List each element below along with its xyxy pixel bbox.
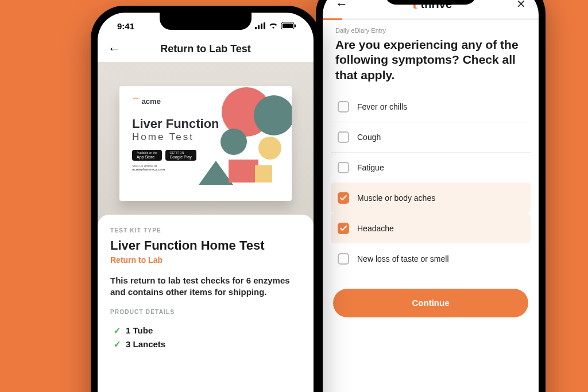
check-icon: ✓: [114, 325, 121, 335]
continue-button[interactable]: Continue: [333, 289, 528, 317]
symptom-option-label: Fever or chills: [357, 102, 407, 111]
symptom-option[interactable]: Muscle or body aches: [331, 183, 531, 213]
symptom-options: Fever or chillsCoughFatigueMuscle or bod…: [323, 92, 539, 274]
symptom-option[interactable]: Cough: [331, 122, 531, 152]
details-label: PRODUCT DETAILS: [110, 309, 301, 315]
product-detail-item: ✓3 Lancets: [114, 339, 301, 350]
status-icons: [255, 21, 296, 31]
checkbox[interactable]: [338, 101, 349, 112]
product-details-list: ✓1 Tube✓3 Lancets: [110, 325, 301, 350]
close-icon[interactable]: ✕: [516, 0, 526, 11]
symptom-option-label: New loss of taste or smell: [357, 254, 449, 263]
back-icon[interactable]: ←: [335, 0, 348, 11]
svg-rect-3: [264, 22, 265, 29]
nav-bar: ← Return to Lab Test: [98, 39, 314, 62]
svg-rect-2: [261, 24, 262, 29]
svg-rect-6: [295, 24, 296, 27]
symptom-option-label: Cough: [357, 133, 381, 142]
back-icon[interactable]: ←: [108, 41, 121, 56]
checkbox[interactable]: [338, 253, 349, 265]
screen-front: 9:41 ← Return to Lab Test ⌒ acme Liver F…: [98, 13, 314, 392]
svg-rect-0: [255, 27, 257, 29]
symptom-option[interactable]: Headache: [331, 213, 531, 243]
svg-rect-5: [283, 24, 293, 28]
card-title: Liver Function Home Test: [110, 238, 301, 253]
card-description: This return to lab test checks for 6 enz…: [110, 275, 301, 298]
symptom-option[interactable]: New loss of taste or smell: [331, 243, 531, 274]
checkbox[interactable]: [338, 131, 349, 143]
section-label: Daily eDiary Entry: [323, 20, 539, 34]
checkbox[interactable]: [338, 162, 349, 173]
nav-title: Return to Lab Test: [98, 43, 314, 55]
notch: [160, 13, 252, 30]
status-time: 9:41: [117, 21, 134, 31]
svg-rect-1: [258, 25, 260, 29]
symptom-option[interactable]: Fever or chills: [331, 92, 531, 122]
appstore-badge: Available on theApp Store: [132, 150, 162, 161]
checkbox[interactable]: [338, 223, 349, 234]
play-badge: GET IT ONGoogle Play: [165, 150, 196, 161]
phone-front: 9:41 ← Return to Lab Test ⌒ acme Liver F…: [91, 6, 320, 392]
check-icon: ✓: [114, 339, 121, 349]
product-detail-item: ✓1 Tube: [114, 325, 301, 336]
notch: [385, 0, 477, 5]
symptom-option-label: Fatigue: [357, 163, 384, 172]
product-card: TEST KIT TYPE Liver Function Home Test R…: [98, 215, 314, 376]
decorative-shapes: [198, 86, 292, 201]
card-eyebrow: TEST KIT TYPE: [110, 227, 301, 234]
product-hero: ⌒ acme Liver Function Home Test Availabl…: [98, 62, 314, 225]
cellular-icon: [255, 21, 265, 31]
question-text: Are you experiencing any of the followin…: [323, 34, 539, 92]
symptom-option-label: Muscle or body aches: [357, 193, 435, 203]
wifi-icon: [269, 21, 278, 31]
card-subtitle: Return to Lab: [110, 255, 301, 265]
screen-back: ← t thrive + ✕ Daily eDiary Entry Are yo…: [323, 0, 539, 392]
checkbox[interactable]: [338, 192, 349, 204]
product-box: ⌒ acme Liver Function Home Test Availabl…: [119, 86, 292, 201]
symptom-option[interactable]: Fatigue: [331, 152, 531, 183]
phone-back: ← t thrive + ✕ Daily eDiary Entry Are yo…: [316, 0, 546, 392]
symptom-option-label: Headache: [357, 224, 394, 233]
battery-icon: [281, 21, 296, 31]
